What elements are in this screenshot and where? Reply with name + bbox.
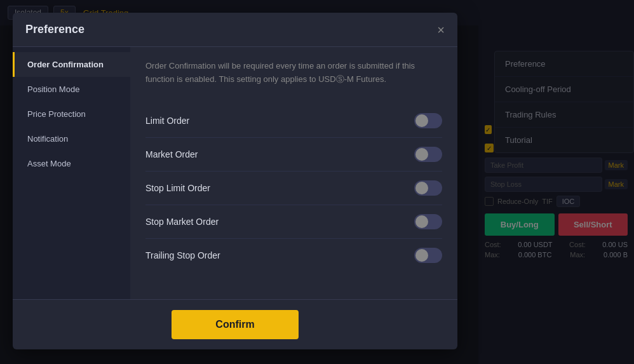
trailing-stop-order-toggle-knob — [415, 249, 428, 262]
toggle-list: Limit Order Market Order Stop Limit Orde… — [145, 104, 442, 272]
market-order-row: Market Order — [145, 138, 442, 172]
stop-market-order-toggle[interactable] — [414, 214, 442, 229]
market-order-toggle[interactable] — [414, 147, 442, 162]
stop-market-order-label: Stop Market Order — [145, 217, 219, 227]
order-confirmation-description: Order Confirmation will be required ever… — [145, 60, 442, 86]
sidebar-item-order-confirmation[interactable]: Order Confirmation — [13, 52, 130, 77]
stop-limit-order-row: Stop Limit Order — [145, 172, 442, 205]
sidebar-item-price-protection[interactable]: Price Protection — [13, 102, 130, 126]
modal-header: Preference × — [13, 13, 457, 47]
limit-order-row: Limit Order — [145, 104, 442, 138]
market-order-toggle-knob — [415, 148, 428, 161]
limit-order-toggle-knob — [415, 114, 428, 127]
limit-order-toggle[interactable] — [414, 113, 442, 128]
modal-body: Order Confirmation Position Mode Price P… — [13, 47, 457, 299]
stop-market-order-row: Stop Market Order — [145, 205, 442, 239]
confirm-button[interactable]: Confirm — [172, 310, 299, 339]
limit-order-label: Limit Order — [145, 116, 189, 126]
stop-limit-order-toggle-knob — [415, 182, 428, 194]
stop-limit-order-toggle[interactable] — [414, 180, 442, 196]
trailing-stop-order-row: Trailing Stop Order — [145, 239, 442, 272]
stop-market-order-toggle-knob — [415, 215, 428, 228]
modal-footer: Confirm — [13, 299, 457, 349]
modal-title: Preference — [25, 23, 84, 36]
stop-limit-order-label: Stop Limit Order — [145, 183, 210, 193]
modal-close-button[interactable]: × — [437, 24, 445, 36]
sidebar-item-notification[interactable]: Notification — [13, 126, 130, 151]
trailing-stop-order-label: Trailing Stop Order — [145, 250, 220, 260]
sidebar-item-position-mode[interactable]: Position Mode — [13, 77, 130, 102]
sidebar-item-asset-mode[interactable]: Asset Mode — [13, 151, 130, 176]
preference-modal: Preference × Order Confirmation Position… — [13, 13, 457, 349]
trailing-stop-order-toggle[interactable] — [414, 248, 442, 263]
modal-sidebar: Order Confirmation Position Mode Price P… — [13, 47, 130, 299]
modal-content-area: Order Confirmation will be required ever… — [130, 47, 457, 299]
market-order-label: Market Order — [145, 149, 198, 159]
